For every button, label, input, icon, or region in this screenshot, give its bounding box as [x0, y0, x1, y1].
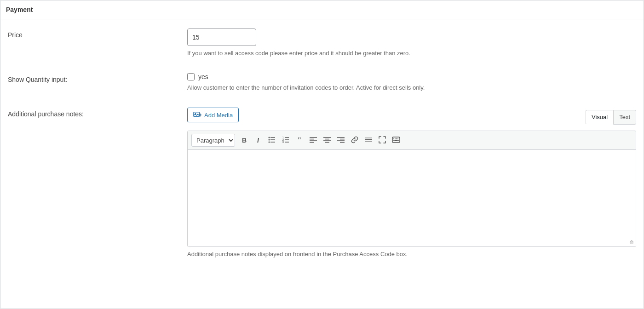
purchase-notes-row: Additional purchase notes: Add Media: [0, 100, 644, 267]
italic-button[interactable]: I: [252, 134, 264, 147]
blockquote-button[interactable]: ": [293, 134, 306, 147]
bold-icon: B: [242, 137, 247, 144]
hr-icon: [365, 137, 372, 144]
purchase-notes-label: Additional purchase notes:: [8, 108, 187, 118]
tab-text[interactable]: Text: [613, 110, 636, 125]
svg-rect-31: [392, 137, 400, 143]
svg-text:3: 3: [282, 141, 284, 143]
editor-tabs: Visual Text: [586, 110, 636, 125]
align-left-icon: [310, 137, 317, 144]
paragraph-select[interactable]: Paragraph: [191, 134, 235, 147]
fullscreen-button[interactable]: [376, 134, 389, 147]
section-title-text: Payment: [6, 6, 33, 13]
price-label: Price: [8, 29, 187, 39]
payment-section: Payment Price If you want to sell access…: [0, 0, 644, 309]
svg-point-9: [269, 141, 270, 143]
purchase-notes-help-text: Additional purchase notes displayed on f…: [187, 251, 636, 258]
add-media-icon: [193, 111, 201, 119]
bold-button[interactable]: B: [238, 134, 251, 147]
bullet-list-icon: [268, 137, 276, 144]
hr-button[interactable]: [362, 134, 375, 147]
align-left-button[interactable]: [307, 134, 320, 147]
link-button[interactable]: [348, 134, 361, 147]
price-row: Price If you want to sell access code pl…: [0, 19, 644, 66]
blockquote-icon: ": [298, 137, 302, 144]
align-right-icon: [337, 137, 345, 144]
quantity-help-text: Allow customer to enter the number of in…: [187, 84, 636, 91]
editor-toolbar: Paragraph B I 123: [188, 131, 636, 150]
purchase-notes-control: Add Media Visual Text Paragraph B: [187, 108, 636, 258]
keyboard-shortcuts-button[interactable]: [390, 134, 402, 147]
svg-point-7: [269, 137, 270, 138]
editor-content-area[interactable]: ⟰: [188, 150, 636, 246]
tab-visual[interactable]: Visual: [586, 110, 613, 125]
section-header: Payment: [0, 0, 644, 19]
add-media-button[interactable]: Add Media: [187, 108, 239, 122]
quantity-checkbox[interactable]: [187, 73, 195, 80]
numbered-list-button[interactable]: 123: [279, 134, 292, 147]
fullscreen-icon: [379, 136, 386, 145]
price-input[interactable]: [187, 29, 256, 46]
align-center-button[interactable]: [321, 134, 334, 147]
quantity-control: yes Allow customer to enter the number o…: [187, 73, 636, 91]
quantity-checkbox-row: yes: [187, 73, 636, 80]
svg-point-8: [269, 139, 270, 140]
price-help-text: If you want to sell access code please e…: [187, 50, 636, 57]
italic-icon: I: [257, 137, 259, 144]
align-center-icon: [323, 137, 331, 144]
quantity-checkbox-label: yes: [198, 73, 208, 80]
editor-top-bar: Add Media Visual Text: [187, 108, 636, 127]
link-icon: [351, 136, 358, 145]
quantity-row: Show Quantity input: yes Allow customer …: [0, 66, 644, 100]
resize-handle[interactable]: ⟰: [629, 239, 634, 246]
numbered-list-icon: 123: [282, 137, 289, 144]
bullet-list-button[interactable]: [265, 134, 278, 147]
price-control: If you want to sell access code please e…: [187, 29, 636, 57]
editor-wrapper: Paragraph B I 123: [187, 131, 636, 247]
align-right-button[interactable]: [334, 134, 347, 147]
keyboard-icon: [392, 137, 400, 144]
add-media-label: Add Media: [204, 112, 233, 119]
quantity-label: Show Quantity input:: [8, 73, 187, 83]
